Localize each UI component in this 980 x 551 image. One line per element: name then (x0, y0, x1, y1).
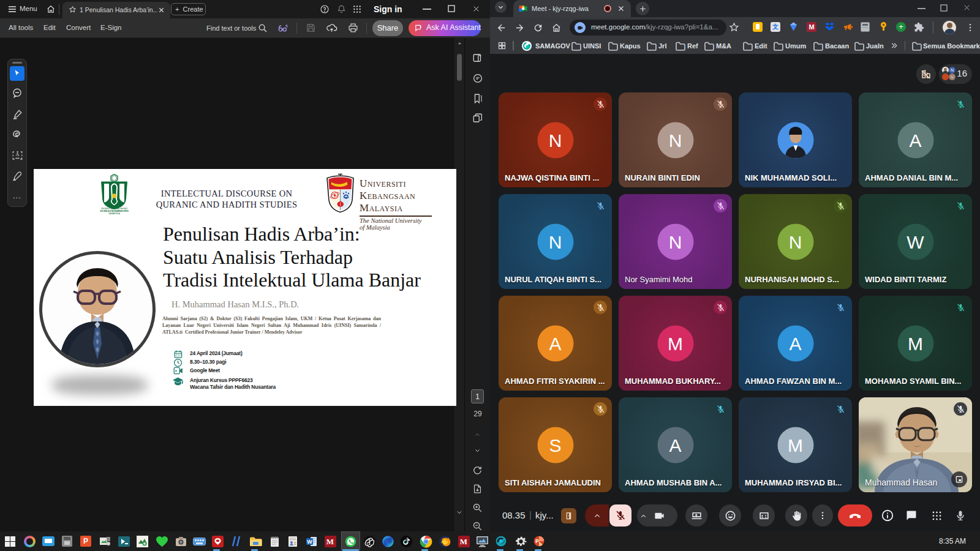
svg-text:P: P (535, 538, 539, 544)
svg-text:SAMARINDA: SAMARINDA (108, 212, 120, 215)
svg-text:W: W (307, 539, 312, 545)
svg-text:A: A (15, 151, 20, 157)
